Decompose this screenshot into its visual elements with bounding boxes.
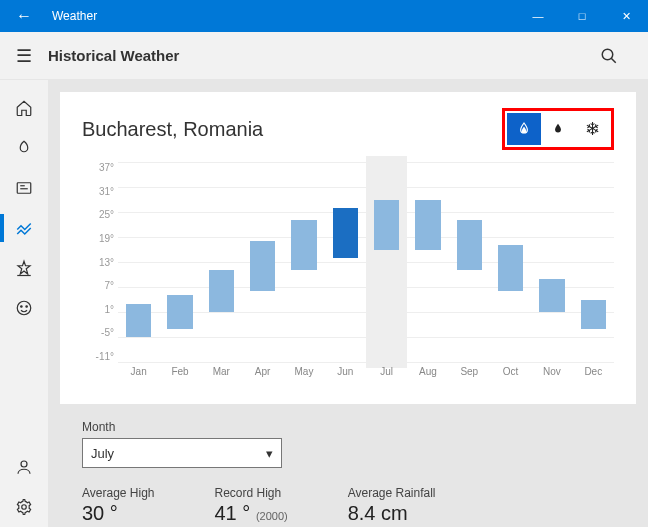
snow-toggle[interactable]: ❄ — [575, 113, 609, 145]
news-icon[interactable] — [0, 168, 48, 208]
avg-high-label: Average High — [82, 486, 155, 500]
app-title: Weather — [48, 9, 516, 23]
location-title: Bucharest, Romania — [82, 118, 502, 141]
svg-point-10 — [21, 461, 27, 467]
feedback-icon[interactable] — [0, 288, 48, 328]
month-value: July — [91, 446, 114, 461]
svg-point-7 — [17, 301, 31, 315]
avg-rain-stat: Average Rainfall 8.4 cm — [348, 486, 436, 525]
rainfall-toggle[interactable] — [541, 113, 575, 145]
search-button[interactable] — [600, 47, 648, 65]
titlebar: ← Weather — □ ✕ — [0, 0, 648, 32]
svg-point-8 — [21, 306, 23, 308]
record-high-value: 41 ° (2000) — [215, 502, 288, 525]
page-title: Historical Weather — [48, 47, 600, 64]
svg-rect-2 — [17, 183, 31, 194]
svg-line-1 — [611, 58, 616, 63]
temperature-chart: 37°31°25°19°13°7°1°-5°-11° JanFebMarAprM… — [82, 156, 614, 386]
record-high-label: Record High — [215, 486, 288, 500]
home-icon[interactable] — [0, 88, 48, 128]
back-button[interactable]: ← — [0, 7, 48, 25]
favorites-icon[interactable] — [0, 248, 48, 288]
maps-icon[interactable] — [0, 128, 48, 168]
maximize-button[interactable]: □ — [560, 0, 604, 32]
sidebar — [0, 80, 48, 527]
minimize-button[interactable]: — — [516, 0, 560, 32]
historical-icon[interactable] — [0, 208, 48, 248]
avg-high-stat: Average High 30 ° — [82, 486, 155, 525]
chevron-down-icon: ▾ — [266, 446, 273, 461]
svg-marker-5 — [18, 261, 30, 274]
settings-icon[interactable] — [0, 487, 48, 527]
chart-card: Bucharest, Romania ❄ 37°31°25°19°13°7°1°… — [60, 92, 636, 404]
record-high-stat: Record High 41 ° (2000) — [215, 486, 288, 525]
page-header: ☰ Historical Weather — [0, 32, 648, 80]
avg-rain-label: Average Rainfall — [348, 486, 436, 500]
svg-point-0 — [602, 49, 613, 60]
close-button[interactable]: ✕ — [604, 0, 648, 32]
month-dropdown[interactable]: July ▾ — [82, 438, 282, 468]
chart-mode-toggle: ❄ — [502, 108, 614, 150]
avg-rain-value: 8.4 cm — [348, 502, 436, 525]
snowflake-icon: ❄ — [585, 118, 600, 140]
content: Bucharest, Romania ❄ 37°31°25°19°13°7°1°… — [48, 80, 648, 527]
temperature-toggle[interactable] — [507, 113, 541, 145]
month-label: Month — [82, 420, 614, 434]
account-icon[interactable] — [0, 447, 48, 487]
svg-point-11 — [22, 505, 27, 510]
hamburger-menu-button[interactable]: ☰ — [0, 45, 48, 67]
avg-high-value: 30 ° — [82, 502, 155, 525]
svg-point-9 — [26, 306, 28, 308]
details-panel: Month July ▾ Average High 30 ° Record Hi… — [60, 404, 636, 525]
